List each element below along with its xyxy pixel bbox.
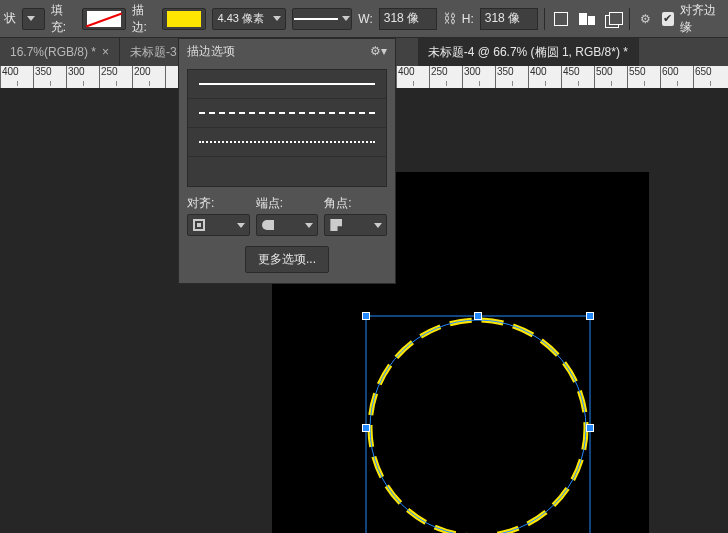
settings-button[interactable]: ⚙ [636,8,656,30]
selection-handle[interactable] [362,312,370,320]
ruler-tick: 200 [132,66,165,88]
ruler-tick: 300 [462,66,495,88]
gear-icon[interactable]: ⚙▾ [370,44,387,58]
ruler-tick: 400 [396,66,429,88]
stroke-width-value: 4.43 像素 [217,11,263,26]
stroke-corners-dropdown[interactable] [324,214,387,236]
tab-label: 未标题-4 @ 66.7% (椭圆 1, RGB/8*) * [428,44,628,61]
selection-handle[interactable] [474,312,482,320]
stroke-swatch[interactable] [162,8,206,30]
selection-handle[interactable] [586,424,594,432]
chevron-down-icon [342,16,350,21]
stroke-caps-dropdown[interactable] [256,214,319,236]
chevron-down-icon [273,16,281,21]
chevron-down-icon [27,16,35,21]
ruler-tick: 400 [528,66,561,88]
link-icon[interactable]: ⛓ [443,11,456,26]
popover-footer: 更多选项... [179,240,395,283]
dashed-line-icon [199,112,375,114]
ruler-tick: 350 [33,66,66,88]
stroke-preset-dotted[interactable] [188,128,386,157]
selection-handle[interactable] [362,424,370,432]
ruler-tick: 250 [99,66,132,88]
yellow-stroke-icon [167,11,201,27]
stroke-options-popover: 描边选项 ⚙▾ 对齐: 端点: 角点: [178,38,396,284]
stroke-width-dropdown[interactable]: 4.43 像素 [212,8,286,30]
stroke-label: 描边: [132,2,157,36]
stroke-align-dropdown[interactable] [187,214,250,236]
close-icon[interactable]: × [102,45,109,59]
ruler-tick: 550 [627,66,660,88]
stroke-preset-list [187,69,387,187]
corners-label: 角点: [324,195,387,212]
path-align-button[interactable] [551,8,571,30]
ruler-tick: 650 [693,66,726,88]
popover-title: 描边选项 [187,43,235,60]
fill-label: 填充: [51,2,76,36]
ellipse-shape[interactable] [360,310,596,533]
path-stack-button[interactable] [603,8,623,30]
caps-label: 端点: [256,195,319,212]
path-arrange-button[interactable] [577,8,597,30]
shape-options-bar: 状 填充: 描边: 4.43 像素 W: ⛓ H: ⚙ ✔ 对齐边缘 [0,0,728,38]
cap-butt-icon [261,218,275,232]
tab-doc-3[interactable]: 未标题-4 @ 66.7% (椭圆 1, RGB/8*) * [418,38,639,66]
align-edges-label: 对齐边缘 [680,2,724,36]
stack-icon [605,12,621,26]
tab-label: 未标题-3 [130,44,177,61]
shape-mode-dropdown[interactable] [22,8,45,30]
square-icon [554,12,568,26]
selection-handle[interactable] [586,312,594,320]
svg-point-0 [370,320,586,533]
width-label: W: [358,12,372,26]
ruler-tick: 450 [561,66,594,88]
dotted-line-icon [199,141,375,143]
popover-header: 描边选项 ⚙▾ [179,39,395,63]
divider [629,8,630,30]
chevron-down-icon [237,223,245,228]
shape-label: 状 [4,10,16,27]
ruler-tick: 500 [594,66,627,88]
stroke-style-dropdown[interactable] [292,8,352,30]
ruler-tick: 350 [495,66,528,88]
ruler-tick: 300 [66,66,99,88]
align-label: 对齐: [187,195,250,212]
stroke-preset-solid[interactable] [188,70,386,99]
chevron-down-icon [305,223,313,228]
ruler-tick: 250 [429,66,462,88]
fill-swatch[interactable] [82,8,126,30]
height-input[interactable] [480,8,538,30]
no-fill-icon [87,11,121,27]
corner-miter-icon [329,218,343,232]
ruler-tick: 600 [660,66,693,88]
align-icon [579,13,595,25]
divider [544,8,545,30]
gear-icon: ⚙ [640,12,651,26]
solid-line-icon [294,18,338,20]
solid-line-icon [199,83,375,85]
tab-label: 16.7%(RGB/8) * [10,45,96,59]
align-center-icon [192,218,206,232]
align-edges-checkbox[interactable]: ✔ [662,12,675,26]
height-label: H: [462,12,474,26]
stroke-preset-empty[interactable] [188,157,386,186]
tab-doc-1[interactable]: 16.7%(RGB/8) * × [0,38,120,66]
ruler-tick: 400 [0,66,33,88]
stroke-preset-dashed[interactable] [188,99,386,128]
more-options-button[interactable]: 更多选项... [245,246,329,273]
width-input[interactable] [379,8,437,30]
chevron-down-icon [374,223,382,228]
stroke-settings-row: 对齐: 端点: 角点: [179,191,395,240]
